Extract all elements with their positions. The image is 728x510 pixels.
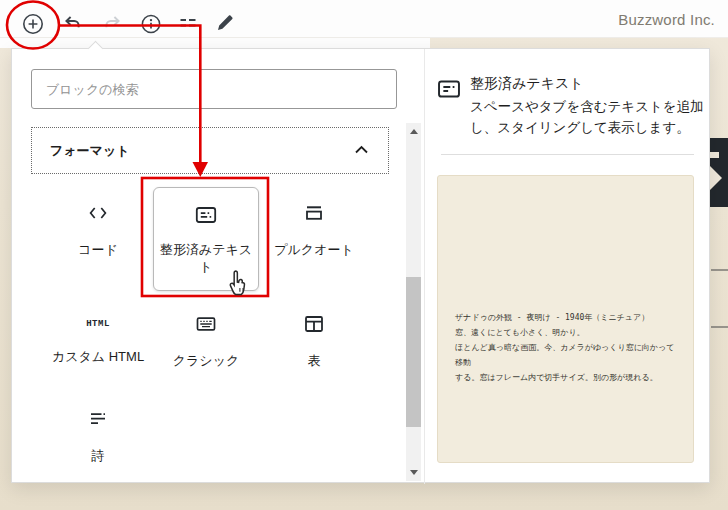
preformatted-icon bbox=[436, 76, 462, 106]
block-item-label: コード bbox=[78, 241, 118, 258]
redo-icon bbox=[100, 12, 124, 36]
block-item-table[interactable]: 表 bbox=[260, 312, 368, 369]
format-section-header[interactable]: フォーマット bbox=[31, 127, 389, 174]
html-icon: HTML bbox=[86, 312, 110, 336]
page-divider-line bbox=[711, 269, 728, 271]
inserter-toggle-icon[interactable] bbox=[21, 12, 45, 36]
inserter-scrollbar[interactable] bbox=[406, 123, 421, 481]
block-item-label: 整形済みテキスト bbox=[158, 241, 254, 275]
block-item-pullquote[interactable]: プルクオート bbox=[260, 201, 368, 258]
table-icon bbox=[302, 312, 326, 340]
pullquote-icon bbox=[302, 201, 326, 229]
block-item-preformatted[interactable]: 整形済みテキスト bbox=[153, 187, 259, 291]
scroll-down-icon[interactable] bbox=[410, 470, 418, 475]
page-divider-line bbox=[711, 326, 728, 328]
details-icon[interactable] bbox=[139, 12, 163, 36]
block-item-label: 詩 bbox=[92, 447, 105, 464]
preview-block-title: 整形済みテキスト bbox=[470, 75, 584, 93]
block-search-input[interactable] bbox=[31, 69, 397, 109]
site-brand: Buzzword Inc. bbox=[618, 11, 715, 28]
edit-icon[interactable] bbox=[213, 12, 237, 36]
block-item-label: プルクオート bbox=[274, 241, 354, 258]
code-icon bbox=[86, 201, 110, 229]
block-item-custom-html[interactable]: HTML カスタム HTML bbox=[44, 312, 152, 365]
block-item-classic[interactable]: クラシック bbox=[152, 312, 260, 369]
preview-divider bbox=[441, 154, 694, 155]
block-item-label: クラシック bbox=[173, 352, 240, 369]
block-item-label: カスタム HTML bbox=[52, 348, 144, 365]
classic-icon bbox=[194, 312, 218, 340]
wordpress-block-editor-screen: Buzzword Inc. フォーマット コード 整形済みテキスト bbox=[0, 0, 728, 510]
list-view-icon[interactable] bbox=[176, 12, 200, 36]
verse-icon bbox=[86, 407, 110, 435]
preformatted-icon bbox=[194, 203, 218, 231]
scroll-up-icon[interactable] bbox=[410, 129, 418, 134]
page-background-kanji-fragment bbox=[710, 138, 728, 207]
undo-icon[interactable] bbox=[61, 12, 85, 36]
block-item-code[interactable]: コード bbox=[44, 201, 152, 258]
block-item-verse[interactable]: 詩 bbox=[44, 407, 152, 464]
panel-divider bbox=[424, 49, 425, 484]
scrollbar-thumb[interactable] bbox=[406, 277, 421, 427]
block-inserter-popover: フォーマット コード 整形済みテキスト プルクオート HTM bbox=[11, 48, 710, 483]
chevron-up-icon bbox=[353, 142, 370, 160]
block-item-label: 表 bbox=[308, 352, 321, 369]
preview-block-description: スペースやタブを含むテキストを追加し、スタイリングして表示します。 bbox=[470, 96, 714, 138]
block-preview-box: ザナドゥの外観 - 夜明け - 1940年（ミニチュア） 窓、遠くにとても小さく… bbox=[437, 175, 694, 463]
preformatted-sample-text: ザナドゥの外観 - 夜明け - 1940年（ミニチュア） 窓、遠くにとても小さく… bbox=[438, 176, 693, 385]
format-section-title: フォーマット bbox=[50, 142, 130, 160]
